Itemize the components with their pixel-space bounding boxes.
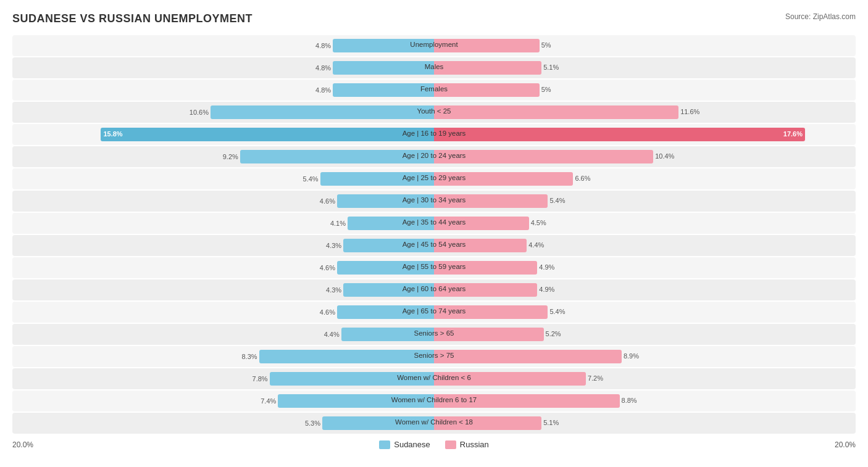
right-bar (434, 83, 540, 97)
right-value: 4.9% (539, 263, 554, 271)
bar-label: Women w/ Children < 18 (395, 418, 473, 426)
right-value: 5.1% (543, 419, 559, 426)
bar-label: Youth < 25 (417, 107, 451, 115)
left-value: 8.3% (241, 353, 257, 360)
bar-row: 4.6%4.9%Age | 55 to 59 years (12, 257, 856, 278)
right-value: 4.9% (539, 286, 554, 293)
bar-label: Women w/ Children 6 to 17 (391, 396, 477, 403)
bar-label: Age | 25 to 29 years (403, 174, 466, 181)
right-value: 7.2% (588, 374, 603, 382)
right-value: 5.1% (543, 64, 559, 71)
sudanese-swatch (379, 440, 390, 449)
bar-label: Age | 16 to 19 years (403, 130, 466, 137)
bar-label: Age | 35 to 44 years (403, 218, 466, 226)
left-value: 4.6% (320, 197, 335, 205)
left-value: 4.6% (320, 264, 335, 271)
axis-label-right: 20.0% (835, 440, 856, 449)
right-value: 5.4% (549, 308, 565, 315)
bar-label: Age | 20 to 24 years (403, 152, 466, 159)
chart-body: 4.8%5%Unemployment4.8%5.1%Males4.8%5%Fem… (12, 35, 856, 434)
bar-row: 5.4%6.6%Age | 25 to 29 years (12, 168, 856, 189)
bar-row: 15.8%17.6%Age | 16 to 19 years (12, 124, 856, 145)
bar-label: Seniors > 65 (414, 329, 454, 337)
right-value: 4.5% (531, 219, 546, 226)
bar-label: Seniors > 75 (414, 352, 454, 359)
left-value: 4.6% (320, 308, 335, 316)
chart-title: SUDANESE VS RUSSIAN UNEMPLOYMENT (12, 12, 252, 25)
left-value: 4.8% (315, 42, 331, 49)
bar-row: 4.8%5%Unemployment (12, 35, 856, 56)
chart-header: SUDANESE VS RUSSIAN UNEMPLOYMENT Source:… (12, 12, 856, 25)
bar-label: Age | 60 to 64 years (403, 285, 466, 292)
legend: Sudanese Russian (379, 440, 489, 449)
left-value: 10.6% (190, 109, 209, 116)
bar-row: 4.8%5%Females (12, 80, 856, 101)
bar-row: 7.4%8.8%Women w/ Children 6 to 17 (12, 391, 856, 411)
russian-swatch (445, 440, 456, 449)
russian-label: Russian (460, 440, 489, 449)
left-value: 9.2% (223, 153, 238, 160)
left-value: 4.3% (326, 286, 341, 294)
bar-label: Age | 30 to 34 years (403, 196, 466, 204)
left-value: 4.8% (315, 86, 331, 94)
bar-row: 10.6%11.6%Youth < 25 (12, 102, 856, 123)
left-value: 4.3% (326, 242, 341, 249)
bar-label: Unemployment (410, 41, 457, 48)
legend-item-russian: Russian (445, 440, 489, 449)
left-value: 7.4% (261, 397, 276, 405)
axis-label-left: 20.0% (12, 440, 33, 449)
bar-row: 8.3%8.9%Seniors > 75 (12, 346, 856, 367)
bar-row: 4.4%5.2%Seniors > 65 (12, 324, 856, 345)
bar-label: Age | 45 to 54 years (403, 241, 466, 248)
bar-label: Females (420, 85, 448, 93)
left-value: 4.8% (315, 64, 331, 72)
chart-container: SUDANESE VS RUSSIAN UNEMPLOYMENT Source:… (12, 12, 856, 449)
right-value: 5% (541, 86, 551, 93)
right-bar (434, 150, 653, 163)
right-value: 6.6% (575, 175, 590, 182)
right-bar (434, 350, 622, 363)
left-value: 15.8% (103, 130, 122, 138)
bar-row: 4.1%4.5%Age | 35 to 44 years (12, 213, 856, 234)
sudanese-label: Sudanese (394, 440, 430, 449)
right-value: 10.4% (655, 152, 674, 160)
bar-row: 4.3%4.4%Age | 45 to 54 years (12, 235, 856, 256)
right-value: 17.6% (783, 130, 803, 138)
right-bar (434, 61, 541, 75)
right-value: 5% (541, 41, 551, 49)
bar-label: Women w/ Children < 6 (397, 374, 471, 381)
bar-label: Age | 65 to 74 years (403, 307, 466, 315)
left-bar (259, 350, 434, 363)
right-value: 4.4% (528, 241, 544, 249)
left-value: 5.3% (305, 419, 320, 427)
bar-row: 9.2%10.4%Age | 20 to 24 years (12, 146, 856, 167)
chart-source: Source: ZipAtlas.com (785, 12, 856, 21)
bar-row: 7.8%7.2%Women w/ Children < 6 (12, 368, 856, 389)
bar-label: Age | 55 to 59 years (403, 263, 466, 270)
left-bar (333, 61, 434, 75)
left-value: 4.1% (330, 220, 346, 227)
left-value: 5.4% (303, 175, 319, 183)
left-value: 4.4% (324, 331, 340, 338)
chart-footer: 20.0% Sudanese Russian 20.0% (12, 440, 856, 449)
right-value: 5.4% (549, 197, 565, 204)
bar-row: 4.3%4.9%Age | 60 to 64 years (12, 279, 856, 300)
right-value: 5.2% (546, 330, 561, 337)
bar-row: 4.6%5.4%Age | 30 to 34 years (12, 191, 856, 212)
right-value: 8.9% (624, 352, 639, 360)
bar-row: 4.8%5.1%Males (12, 57, 856, 78)
left-value: 7.8% (252, 375, 268, 382)
left-bar (101, 128, 434, 141)
right-bar (434, 105, 678, 119)
left-bar (211, 105, 434, 119)
bar-row: 5.3%5.1%Women w/ Children < 18 (12, 413, 856, 434)
bar-label: Males (425, 63, 444, 70)
bar-row: 4.6%5.4%Age | 65 to 74 years (12, 302, 856, 323)
right-value: 11.6% (680, 108, 699, 115)
right-bar (434, 128, 805, 141)
legend-item-sudanese: Sudanese (379, 440, 430, 449)
right-value: 8.8% (622, 397, 637, 404)
left-bar (333, 83, 434, 97)
